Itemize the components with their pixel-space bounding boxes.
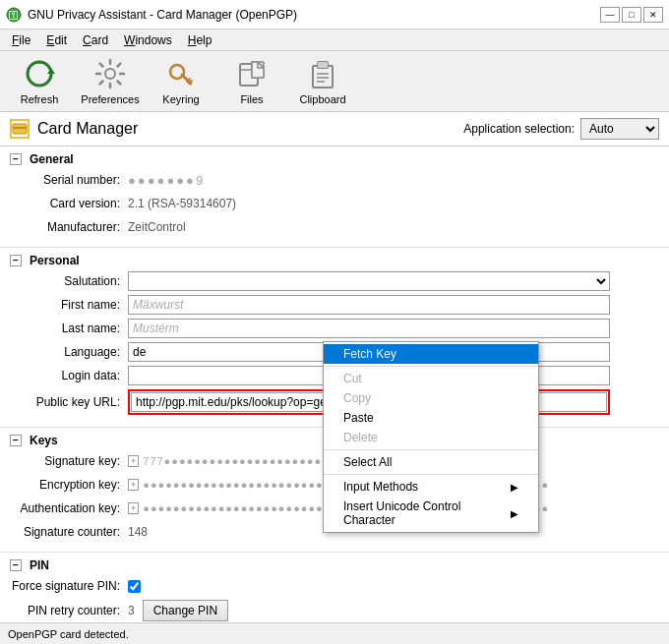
signature-key-label: Signature key: [10,454,128,468]
pin-retry-value: 3 [128,604,135,617]
personal-collapse[interactable]: − [10,255,22,266]
context-menu-sep2 [324,449,538,450]
general-collapse[interactable]: − [10,153,22,165]
first-name-input[interactable] [128,295,610,315]
force-sig-pin-checkbox[interactable] [128,580,141,593]
content-area: − General Serial number: ●●●●●●●9 Card v… [0,146,669,622]
window-title: Card Manager [10,119,138,139]
title-bar-text: GNU Privacy Assistant - Card Manager (Op… [28,8,297,22]
menu-edit[interactable]: Edit [38,31,75,49]
manufacturer-value: ZeitControl [128,220,186,234]
keys-collapse[interactable]: − [10,435,22,446]
pin-retry-label: PIN retry counter: [10,604,128,617]
auth-key-label: Authentication key: [10,501,128,515]
last-name-label: Last name: [10,322,128,335]
menu-windows[interactable]: Windows [116,31,180,49]
title-bar-left: ⚿ GNU Privacy Assistant - Card Manager (… [6,7,297,23]
first-name-label: First name: [10,298,128,312]
app-icon: ⚿ [6,7,22,23]
context-menu-insert-unicode[interactable]: Insert Unicode Control Character ▶ [324,497,538,530]
refresh-label: Refresh [21,93,59,105]
card-manager-icon [10,119,30,139]
status-text: OpenPGP card detected. [8,628,129,640]
context-menu-input-methods[interactable]: Input Methods ▶ [324,477,538,497]
sig-counter-value: 148 [128,525,148,539]
insert-unicode-arrow: ▶ [511,508,518,519]
input-methods-arrow: ▶ [511,482,518,493]
preferences-icon [94,58,126,89]
clipboard-label: Clipboard [299,93,345,105]
context-menu-select-all[interactable]: Select All [324,452,538,472]
files-label: Files [240,93,263,105]
login-label: Login data: [10,369,128,382]
svg-rect-9 [318,62,328,68]
pin-section-header: − PIN [10,558,659,572]
force-sig-pin-checkbox-row [128,580,143,593]
preferences-label: Preferences [81,93,139,105]
pin-retry-row: PIN retry counter: 3 Change PIN [10,600,659,621]
serial-number-value: ●●●●●●●9 [128,173,205,188]
encryption-key-label: Encryption key: [10,478,128,492]
title-bar: ⚿ GNU Privacy Assistant - Card Manager (… [0,0,669,29]
context-menu-fetch-key[interactable]: Fetch Key [324,344,538,364]
change-pin-button[interactable]: Change PIN [143,600,228,621]
app-selection-dropdown[interactable]: Auto [580,118,659,140]
general-section-header: − General [10,152,659,166]
context-menu-paste[interactable]: Paste [324,408,538,428]
last-name-input[interactable] [128,319,610,338]
menu-help[interactable]: Help [180,31,220,49]
context-menu-cut: Cut [324,369,538,388]
context-menu-sep3 [324,474,538,475]
maximize-button[interactable]: □ [622,7,641,23]
refresh-icon [24,58,55,89]
enc-key-expand[interactable]: + [128,479,139,491]
minimize-button[interactable]: — [600,7,620,23]
pin-collapse[interactable]: − [10,559,22,571]
sig-counter-label: Signature counter: [10,525,128,539]
toolbar-keyring-button[interactable]: Keyring [148,53,214,110]
svg-rect-14 [13,127,27,129]
card-version-value: 2.1 (RSA-59314607) [128,197,236,210]
card-version-label: Card version: [10,197,128,210]
first-name-row: First name: [10,295,659,315]
auth-key-expand[interactable]: + [128,502,139,514]
general-section: − General Serial number: ●●●●●●●9 Card v… [0,146,669,247]
status-bar: OpenPGP card detected. [0,622,669,644]
main-container: Card Manager Application selection: Auto… [0,112,669,644]
salutation-select[interactable] [128,271,610,291]
context-menu: Fetch Key Cut Copy Paste Delete Select A… [323,341,539,533]
menu-card[interactable]: Card [75,31,116,49]
svg-marker-2 [47,68,55,74]
salutation-label: Salutation: [10,274,128,288]
context-menu-delete: Delete [324,428,538,447]
svg-text:⚿: ⚿ [9,10,19,21]
serial-number-row: Serial number: ●●●●●●●9 [10,170,659,190]
sig-key-expand[interactable]: + [128,455,139,467]
toolbar-refresh-button[interactable]: Refresh [6,53,73,110]
toolbar: Refresh Preferences Keyring [0,51,669,112]
manufacturer-row: Manufacturer: ZeitControl [10,217,659,237]
context-menu-sep1 [324,366,538,367]
force-sig-pin-row: Force signature PIN: [10,576,659,596]
language-label: Language: [10,345,128,359]
toolbar-files-button[interactable]: Files [218,53,285,110]
close-button[interactable]: ✕ [643,7,663,23]
title-bar-controls[interactable]: — □ ✕ [600,7,663,23]
serial-number-label: Serial number: [10,173,128,187]
personal-section-header: − Personal [10,254,659,267]
svg-rect-7 [313,66,333,88]
toolbar-clipboard-button[interactable]: Clipboard [289,53,356,110]
public-key-label: Public key URL: [10,395,128,409]
menu-file[interactable]: File [4,31,38,49]
files-icon [236,58,268,89]
window-header: Card Manager Application selection: Auto [0,112,669,146]
pin-section: − PIN Force signature PIN: PIN retry cou… [0,552,669,622]
app-selection: Application selection: Auto [463,118,659,140]
page-title: Card Manager [37,120,138,138]
force-sig-pin-label: Force signature PIN: [10,579,128,593]
toolbar-preferences-button[interactable]: Preferences [77,53,144,110]
card-version-row: Card version: 2.1 (RSA-59314607) [10,194,659,213]
salutation-row: Salutation: [10,271,659,291]
last-name-row: Last name: [10,319,659,338]
clipboard-icon [307,58,338,89]
